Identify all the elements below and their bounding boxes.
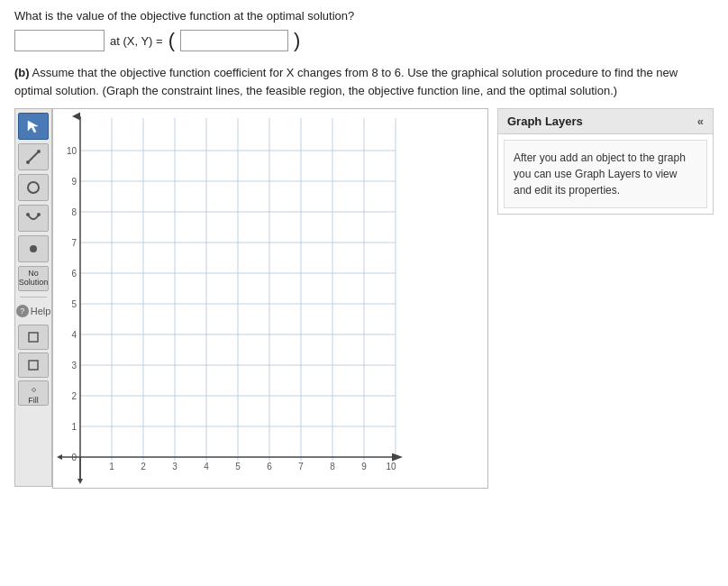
svg-text:4: 4 bbox=[204, 462, 209, 472]
svg-text:8: 8 bbox=[330, 462, 335, 472]
svg-rect-9 bbox=[29, 361, 38, 370]
square1-icon bbox=[27, 331, 40, 343]
bottom-toolbar: ⬦ Fill bbox=[18, 321, 49, 406]
at-label: at (X, Y) = bbox=[110, 34, 163, 48]
graph-container[interactable]: 1 2 3 4 5 6 7 8 9 10 0 1 2 3 4 bbox=[52, 108, 488, 489]
point-tool[interactable] bbox=[18, 235, 49, 262]
svg-point-2 bbox=[26, 160, 30, 164]
svg-text:7: 7 bbox=[298, 462, 304, 472]
graph-layers-panel: Graph Layers « After you add an object t… bbox=[497, 108, 714, 215]
part-b-label: (b) bbox=[14, 66, 30, 79]
graph-area: No Solution ? Help bbox=[14, 108, 714, 489]
square2-icon bbox=[27, 359, 40, 371]
answer-row: at (X, Y) = ( ) bbox=[14, 30, 714, 51]
answer-input[interactable] bbox=[14, 30, 105, 51]
panel-body: After you add an object to the graph you… bbox=[504, 140, 707, 208]
svg-text:6: 6 bbox=[267, 462, 272, 472]
no-solution-tool[interactable]: No Solution bbox=[18, 266, 49, 291]
line-tool[interactable] bbox=[18, 143, 49, 170]
svg-text:3: 3 bbox=[71, 361, 77, 371]
question-text: What is the value of the objective funct… bbox=[14, 9, 714, 23]
pointer-tool[interactable] bbox=[18, 113, 49, 140]
curve-icon bbox=[26, 211, 41, 225]
svg-text:2: 2 bbox=[141, 462, 146, 472]
separator-1 bbox=[20, 297, 47, 298]
panel-header: Graph Layers « bbox=[498, 109, 713, 134]
fill-tool[interactable]: ⬦ Fill bbox=[18, 380, 49, 406]
curve-tool[interactable] bbox=[18, 205, 49, 232]
square-tool-1[interactable] bbox=[18, 325, 49, 350]
svg-point-4 bbox=[28, 182, 39, 193]
panel-collapse-btn[interactable]: « bbox=[697, 114, 704, 128]
square-tool-2[interactable] bbox=[18, 353, 49, 378]
svg-point-6 bbox=[37, 213, 41, 216]
svg-rect-8 bbox=[29, 333, 38, 342]
svg-text:1: 1 bbox=[109, 462, 114, 472]
panel-body-text: After you add an object to the graph you… bbox=[514, 151, 686, 197]
line-icon bbox=[26, 150, 41, 164]
x-tick-labels: 1 2 3 4 5 6 7 8 9 10 bbox=[109, 462, 396, 472]
open-paren: ( bbox=[168, 31, 175, 50]
graph-svg: 1 2 3 4 5 6 7 8 9 10 0 1 2 3 4 bbox=[53, 109, 405, 488]
toolbar: No Solution ? Help bbox=[14, 108, 52, 487]
coord-input[interactable] bbox=[180, 30, 288, 51]
svg-text:8: 8 bbox=[71, 207, 77, 217]
y-tick-labels: 0 1 2 3 4 5 6 7 8 9 10 bbox=[67, 146, 77, 462]
circle-tool[interactable] bbox=[18, 174, 49, 201]
help-row[interactable]: ? Help bbox=[16, 305, 51, 317]
svg-text:5: 5 bbox=[235, 462, 241, 472]
down-arrow bbox=[77, 479, 83, 484]
svg-text:5: 5 bbox=[71, 299, 77, 309]
svg-marker-0 bbox=[28, 121, 38, 133]
help-label: Help bbox=[31, 306, 51, 316]
svg-text:6: 6 bbox=[71, 269, 77, 279]
point-icon bbox=[26, 242, 41, 256]
svg-text:9: 9 bbox=[71, 177, 77, 187]
close-paren: ) bbox=[294, 31, 300, 50]
svg-text:1: 1 bbox=[71, 422, 77, 432]
fill-label: Fill bbox=[28, 396, 39, 405]
no-solution-label: No Solution bbox=[19, 270, 49, 288]
part-b-text: (b) Assume that the objective function c… bbox=[14, 64, 714, 99]
fill-icon: ⬦ bbox=[31, 382, 37, 395]
pointer-icon bbox=[26, 119, 41, 133]
svg-point-5 bbox=[26, 213, 30, 216]
svg-point-3 bbox=[37, 150, 41, 153]
svg-text:2: 2 bbox=[71, 391, 77, 401]
svg-text:10: 10 bbox=[386, 462, 396, 472]
svg-text:4: 4 bbox=[71, 330, 77, 340]
svg-text:7: 7 bbox=[71, 238, 77, 248]
help-icon: ? bbox=[16, 305, 29, 317]
svg-line-1 bbox=[28, 151, 39, 162]
part-b-body: Assume that the objective function coeff… bbox=[14, 66, 678, 97]
svg-text:9: 9 bbox=[361, 462, 367, 472]
circle-icon bbox=[26, 180, 41, 195]
left-arrow bbox=[57, 454, 62, 460]
svg-point-7 bbox=[30, 245, 37, 252]
svg-text:10: 10 bbox=[67, 146, 77, 156]
svg-text:3: 3 bbox=[172, 462, 177, 472]
panel-title: Graph Layers bbox=[507, 114, 583, 128]
